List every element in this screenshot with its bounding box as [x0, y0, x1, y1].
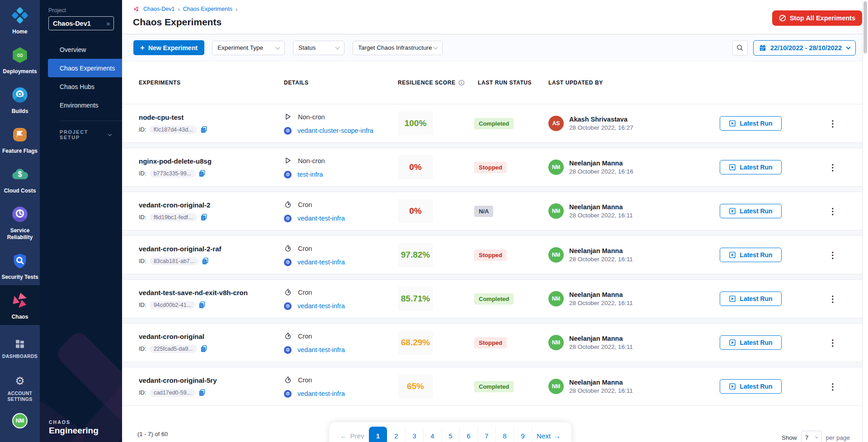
row-menu-button[interactable]: ⋮ — [829, 382, 837, 391]
page-button-2[interactable]: 2 — [387, 427, 405, 442]
rail-item-dashboards[interactable]: DASHBOARDS — [0, 332, 40, 364]
rail-item-feature-flags[interactable]: Feature Flags — [0, 119, 40, 159]
rail-item-service-reliability[interactable]: Service Reliability — [0, 199, 40, 245]
target-infrastructure-filter[interactable]: Target Chaos Infrastructure — [353, 41, 443, 55]
rail-item-chaos[interactable]: Chaos — [0, 285, 40, 325]
experiment-name[interactable]: vedant-cron-original — [139, 333, 284, 340]
stopwatch-icon — [284, 376, 292, 385]
experiment-name[interactable]: vedant-cron-original-5ry — [139, 376, 284, 384]
copy-icon[interactable] — [198, 301, 206, 309]
project-setup-toggle[interactable]: PROJECT SETUP — [40, 129, 122, 140]
latest-run-button[interactable]: Latest Run — [720, 204, 782, 218]
infrastructure-link[interactable]: vedant-test-infra — [297, 390, 345, 397]
resilience-score: 0% — [398, 155, 433, 179]
nav-item-overview[interactable]: Overview — [40, 40, 122, 59]
page-button-6[interactable]: 6 — [459, 427, 477, 442]
rail-item-account-settings[interactable]: ⚙ ACCOUNT SETTINGS — [0, 369, 40, 407]
infrastructure-link[interactable]: vedant-test-infra — [297, 215, 345, 222]
page-button-8[interactable]: 8 — [495, 427, 514, 442]
project-selector[interactable]: Chaos-Dev1 » — [48, 16, 114, 30]
experiment-name[interactable]: node-cpu-test — [139, 113, 284, 121]
infrastructure-link[interactable]: vedant-test-infra — [297, 259, 345, 266]
infrastructure-link[interactable]: vedant-test-infra — [297, 302, 345, 310]
experiment-name[interactable]: nginx-pod-delete-u8sg — [139, 157, 284, 165]
infrastructure-link[interactable]: vedant-test-infra — [297, 346, 345, 353]
copy-icon[interactable] — [198, 169, 206, 177]
chevron-down-icon — [846, 45, 851, 49]
copy-icon[interactable] — [202, 257, 209, 265]
updated-timestamp: 28 October 2022, 16:11 — [569, 343, 633, 350]
scrollbar-thumb[interactable] — [863, 1, 867, 53]
page-button-9[interactable]: 9 — [514, 427, 532, 442]
project-label: Project — [48, 7, 122, 14]
latest-run-button[interactable]: Latest Run — [720, 248, 782, 262]
breadcrumb-project-link[interactable]: Chaos-Dev1 — [143, 6, 175, 12]
page-button-4[interactable]: 4 — [423, 427, 441, 442]
search-button[interactable] — [732, 40, 748, 56]
feature-flags-icon — [9, 124, 30, 145]
table-row: vedant-cron-original ID: 225fcad5-da9...… — [122, 323, 868, 362]
row-menu-button[interactable]: ⋮ — [829, 119, 837, 128]
expand-panel-icon[interactable]: » — [106, 20, 109, 27]
table-row: vedant-cron-original-2-raf ID: 83cab181-… — [122, 235, 868, 274]
status-filter[interactable]: Status — [293, 41, 344, 55]
service-reliability-icon — [9, 204, 30, 225]
rail-item-security-tests[interactable]: Security Tests — [0, 245, 40, 285]
nav-item-label: Chaos Experiments — [60, 65, 115, 72]
copy-icon[interactable] — [198, 389, 206, 396]
rail-label: Security Tests — [1, 274, 38, 281]
nav-item-chaos-experiments[interactable]: Chaos Experiments — [48, 59, 122, 77]
experiment-name[interactable]: vedant-cron-original-2 — [139, 201, 284, 209]
copy-icon[interactable] — [200, 345, 208, 353]
rail-item-builds[interactable]: Builds — [0, 80, 40, 119]
latest-run-button[interactable]: Latest Run — [720, 116, 782, 131]
infrastructure-icon — [284, 302, 292, 310]
row-menu-button[interactable]: ⋮ — [829, 295, 837, 303]
user-avatar[interactable]: NM — [12, 413, 28, 428]
rail-label: ACCOUNT SETTINGS — [4, 390, 36, 402]
row-menu-button[interactable]: ⋮ — [829, 163, 837, 172]
nav-divider — [60, 121, 122, 121]
prev-page-button[interactable]: ←Prev — [335, 427, 369, 442]
row-menu-button[interactable]: ⋮ — [829, 339, 837, 347]
row-menu-button[interactable]: ⋮ — [829, 207, 837, 216]
new-experiment-button[interactable]: + New Experiment — [133, 40, 204, 55]
latest-run-button[interactable]: Latest Run — [720, 292, 782, 306]
page-button-7[interactable]: 7 — [477, 427, 495, 442]
infrastructure-link[interactable]: vedant-cluster-scope-infra — [297, 127, 373, 134]
filter-label: Target Chaos Infrastructure — [358, 44, 432, 51]
column-header-label: RESILIENCE SCORE — [398, 80, 456, 86]
next-page-button[interactable]: Next→ — [532, 427, 565, 442]
latest-run-button[interactable]: Latest Run — [720, 335, 782, 350]
column-header-experiments: EXPERIMENTS — [139, 80, 284, 86]
rail-item-home[interactable]: Home — [0, 0, 40, 40]
experiment-type-filter[interactable]: Experiment Type — [212, 41, 285, 55]
vertical-scrollbar[interactable] — [862, 0, 868, 442]
rail-item-deployments[interactable]: ∞ Deployments — [0, 40, 40, 80]
info-icon[interactable] — [458, 80, 465, 86]
page-size-select[interactable]: 7 — [801, 431, 822, 442]
avatar: NM — [548, 335, 564, 350]
row-menu-button[interactable]: ⋮ — [829, 251, 837, 259]
rail-item-cloud-costs[interactable]: $ Cloud Costs — [0, 159, 40, 199]
page-button-3[interactable]: 3 — [405, 427, 423, 442]
date-range-picker[interactable]: 22/10/2022 - 28/10/2022 — [753, 40, 856, 56]
experiment-name[interactable]: vedant-cron-original-2-raf — [139, 245, 284, 253]
harness-home-icon — [9, 5, 30, 26]
copy-icon[interactable] — [200, 213, 208, 221]
experiment-name[interactable]: vedant-test-save-nd-exit-v8h-cron — [139, 289, 284, 296]
stop-all-experiments-button[interactable]: Stop All Experiments — [772, 10, 862, 26]
page-button-5[interactable]: 5 — [441, 427, 459, 442]
infrastructure-icon — [284, 171, 292, 179]
nav-item-environments[interactable]: Environments — [40, 96, 122, 114]
latest-run-button[interactable]: Latest Run — [720, 160, 782, 174]
infrastructure-link[interactable]: test-infra — [297, 171, 323, 178]
latest-run-label: Latest Run — [740, 120, 772, 127]
breadcrumb-experiments-link[interactable]: Chaos Experiments — [183, 6, 232, 12]
latest-run-label: Latest Run — [740, 339, 772, 346]
latest-run-button[interactable]: Latest Run — [720, 379, 782, 394]
page-button-1[interactable]: 1 — [369, 427, 387, 442]
copy-icon[interactable] — [200, 126, 208, 133]
calendar-icon — [759, 44, 766, 52]
nav-item-chaos-hubs[interactable]: Chaos Hubs — [40, 77, 122, 96]
